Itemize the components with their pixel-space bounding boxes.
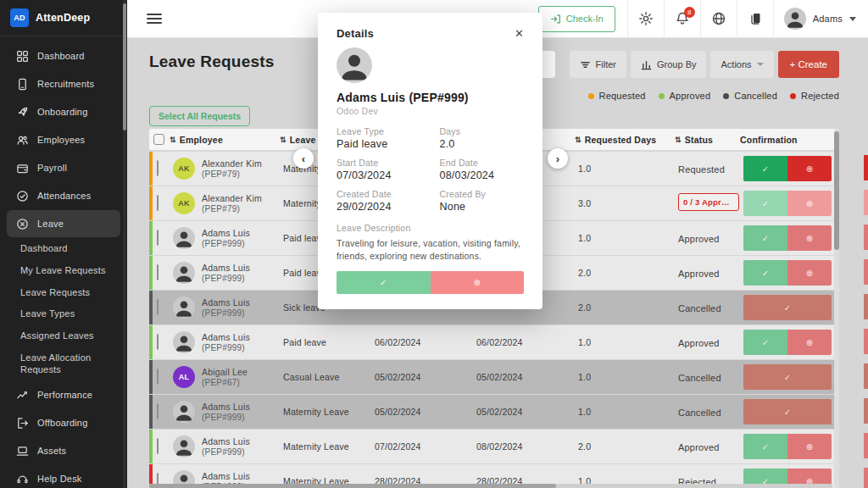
sort-icon[interactable]: ⇅ [280,136,287,144]
sidebar-item-help-desk[interactable]: Help Desk [7,465,120,488]
next-record-button[interactable]: › [548,148,568,169]
status-text: Approved [678,442,720,452]
notifications-button[interactable]: 8 [665,0,700,38]
reject-button[interactable]: ⊗ [787,191,832,216]
reject-button[interactable]: ⊗ [431,271,525,294]
group-by-button[interactable]: Group By [631,51,706,78]
filter-button[interactable]: Filter [570,51,626,78]
employee-cell: Adams Luis(PEP#999) [173,297,283,319]
employee-code: (PEP#999) [202,343,250,352]
cancelled-confirm-button[interactable]: ✓ [743,399,832,424]
requested-days-cell: 2.0 [578,268,678,278]
sidebar-item-offboarding[interactable]: Offboarding [7,409,120,436]
table-row[interactable]: Adams Luis(PEP#999)Maternity Leave07/02/… [149,430,839,463]
sidebar-subitem-dashboard[interactable]: Dashboard [7,238,120,260]
sidebar-item-leave[interactable]: Leave [7,210,120,237]
row-checkbox[interactable] [157,160,159,176]
employee-name: Adams Luis [202,402,250,413]
legend-dot-icon [723,93,729,99]
row-checkbox[interactable] [157,369,159,385]
create-button[interactable]: + Create [778,51,839,78]
sidebar-item-recruitments[interactable]: Recruitments [7,70,120,97]
status-cell: Approved [678,335,743,350]
header-checkbox[interactable] [153,134,164,145]
reject-button[interactable]: ⊗ [787,225,832,251]
employee-cell: AKAlexander Kim(PEP#79) [173,192,283,214]
sidebar-subitem-leave-requests[interactable]: Leave Requests [7,282,120,304]
field-label: Leave Type [337,126,440,136]
check-in-button[interactable]: Check-In [538,6,615,32]
previous-record-button[interactable]: ‹ [293,148,314,169]
row-checkbox[interactable] [157,195,159,211]
documents-button[interactable] [737,0,773,38]
row-checkbox[interactable] [157,230,159,246]
approve-button[interactable]: ✓ [743,225,787,251]
row-checkbox[interactable] [157,403,159,419]
field-value: 2.0 [440,138,524,150]
sidebar-item-label: Recruitments [37,79,94,89]
employee-name: Alexander Kim [202,158,262,169]
sidebar-item-onboarding[interactable]: Onboarding [7,98,120,125]
sidebar-subitem-leave-allocation-requests[interactable]: Leave Allocation Requests [7,347,120,381]
employees-icon [15,133,29,147]
row-checkbox[interactable] [157,264,159,280]
confirmation-cell: ✓⊗ [743,330,839,355]
user-menu[interactable]: Adams [774,8,868,30]
sidebar-item-performance[interactable]: Performance [7,381,120,408]
approve-button[interactable]: ✓ [743,191,787,216]
column-header-employee[interactable]: ⇅Employee [170,135,280,145]
modal-fields: Leave TypePaid leaveDays2.0Start Date07/… [337,119,524,213]
actions-button[interactable]: Actions [710,51,773,78]
sort-icon[interactable]: ⇅ [675,136,682,144]
table-row[interactable]: Adams Luis(PEP#999)Maternity Leave05/02/… [149,395,839,429]
sidebar: AD AttenDeep DashboardRecruitmentsOnboar… [0,0,127,488]
approve-button[interactable]: ✓ [337,271,431,294]
row-checkbox[interactable] [157,438,159,454]
menu-toggle-icon[interactable] [147,14,162,24]
table-horizontal-scrollbar[interactable] [149,484,832,488]
reject-button[interactable]: ⊗ [787,330,832,355]
reject-button[interactable]: ⊗ [787,434,832,459]
sidebar-item-attendances[interactable]: Attendances [7,182,120,209]
clipped-confirm-sliver [864,225,868,250]
employee-name: Adams Luis [202,471,250,482]
row-checkbox[interactable] [157,334,159,350]
employee-name: Adams Luis [202,297,250,308]
requested-days-cell: 1.0 [578,233,678,243]
approve-button[interactable]: ✓ [743,156,787,181]
sidebar-subitem-my-leave-requests[interactable]: My Leave Requests [7,260,120,282]
column-header-status[interactable]: ⇅Status [675,135,740,145]
sidebar-item-payroll[interactable]: Payroll [7,154,120,181]
status-cell: Cancelled [678,369,743,385]
select-all-requests-button[interactable]: Select All Requests [149,106,250,126]
details-modal: Details ✕ Adams Luis (PEP#999) Odoo Dev … [318,13,542,309]
column-header-confirmation[interactable]: Confirmation [740,135,839,145]
sidebar-subitem-assigned-leaves[interactable]: Assigned Leaves [7,325,120,347]
approve-button[interactable]: ✓ [743,330,787,355]
sidebar-scrollbar[interactable] [123,0,126,488]
settings-button[interactable] [628,0,664,38]
reject-button[interactable]: ⊗ [787,260,832,286]
close-icon[interactable]: ✕ [515,27,524,40]
table-row[interactable]: ALAbigail Lee(PEP#67)Casual Leave05/02/2… [149,360,839,394]
sidebar-subitem-leave-types[interactable]: Leave Types [7,303,120,325]
sidebar-item-employees[interactable]: Employees [7,126,120,153]
reject-button[interactable]: ⊗ [787,156,832,181]
cancelled-confirm-button[interactable]: ✓ [743,364,832,390]
sort-icon[interactable]: ⇅ [170,136,176,144]
sidebar-item-label: Payroll [37,163,67,173]
employee-code: (PEP#79) [202,169,262,179]
approve-button[interactable]: ✓ [743,260,787,286]
table-vertical-scrollbar[interactable] [834,129,839,488]
sidebar-item-dashboard[interactable]: Dashboard [7,42,120,69]
sidebar-item-label: Employees [37,135,85,145]
language-button[interactable] [701,0,737,38]
table-row[interactable]: Adams Luis(PEP#999)Paid leave06/02/20240… [149,325,839,359]
cancelled-confirm-button[interactable]: ✓ [743,295,832,320]
approve-button[interactable]: ✓ [743,434,787,459]
sidebar-item-assets[interactable]: Assets [7,437,120,464]
row-checkbox[interactable] [157,299,159,315]
sort-icon[interactable]: ⇅ [575,136,581,144]
employee-code: (PEP#999) [202,239,250,248]
column-header-requested-days[interactable]: ⇅Requested Days [575,135,675,145]
